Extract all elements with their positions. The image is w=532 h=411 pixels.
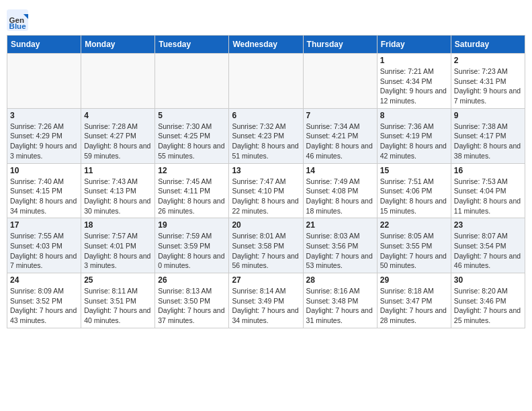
week-row-5: 24Sunrise: 8:09 AM Sunset: 3:52 PM Dayli… [7, 273, 525, 328]
day-cell: 19Sunrise: 7:59 AM Sunset: 3:59 PM Dayli… [155, 218, 229, 273]
day-number: 15 [380, 166, 448, 175]
header-wednesday: Wednesday [229, 36, 303, 54]
day-info: Sunrise: 8:07 AM Sunset: 3:54 PM Dayligh… [454, 231, 522, 271]
day-cell: 1Sunrise: 7:21 AM Sunset: 4:34 PM Daylig… [377, 54, 451, 109]
day-info: Sunrise: 8:03 AM Sunset: 3:56 PM Dayligh… [306, 231, 374, 271]
day-number: 20 [232, 220, 300, 230]
day-info: Sunrise: 8:11 AM Sunset: 3:51 PM Dayligh… [84, 286, 152, 326]
day-cell: 8Sunrise: 7:36 AM Sunset: 4:19 PM Daylig… [377, 108, 451, 163]
day-number: 26 [158, 275, 226, 285]
day-info: Sunrise: 8:13 AM Sunset: 3:50 PM Dayligh… [158, 286, 226, 326]
day-number: 2 [454, 56, 522, 65]
day-number: 24 [10, 275, 78, 285]
day-number: 17 [10, 220, 78, 230]
day-cell: 2Sunrise: 7:23 AM Sunset: 4:31 PM Daylig… [451, 54, 525, 109]
day-info: Sunrise: 7:43 AM Sunset: 4:13 PM Dayligh… [84, 177, 152, 216]
day-number: 13 [232, 166, 300, 175]
day-number: 5 [158, 111, 226, 120]
day-cell: 15Sunrise: 7:51 AM Sunset: 4:06 PM Dayli… [377, 163, 451, 218]
day-info: Sunrise: 7:34 AM Sunset: 4:21 PM Dayligh… [306, 122, 374, 161]
day-number: 19 [158, 220, 226, 230]
day-number: 14 [306, 166, 374, 175]
day-number: 11 [84, 166, 152, 175]
day-cell [155, 54, 229, 109]
day-number: 25 [84, 275, 152, 285]
day-number: 6 [232, 111, 300, 120]
day-cell: 5Sunrise: 7:30 AM Sunset: 4:25 PM Daylig… [155, 108, 229, 163]
calendar-table: SundayMondayTuesdayWednesdayThursdayFrid… [7, 35, 525, 328]
header-monday: Monday [81, 36, 155, 54]
logo: Gen Blue [7, 9, 31, 31]
day-info: Sunrise: 7:45 AM Sunset: 4:11 PM Dayligh… [158, 177, 226, 216]
day-number: 16 [454, 166, 522, 175]
day-info: Sunrise: 7:51 AM Sunset: 4:06 PM Dayligh… [380, 177, 448, 216]
week-row-4: 17Sunrise: 7:55 AM Sunset: 4:03 PM Dayli… [7, 218, 525, 273]
day-number: 12 [158, 166, 226, 175]
day-info: Sunrise: 7:28 AM Sunset: 4:27 PM Dayligh… [84, 122, 152, 161]
day-info: Sunrise: 8:16 AM Sunset: 3:48 PM Dayligh… [306, 286, 374, 326]
day-number: 1 [380, 56, 448, 65]
day-number: 22 [380, 220, 448, 230]
day-number: 21 [306, 220, 374, 230]
day-cell: 17Sunrise: 7:55 AM Sunset: 4:03 PM Dayli… [7, 218, 81, 273]
day-number: 3 [10, 111, 78, 120]
day-info: Sunrise: 7:23 AM Sunset: 4:31 PM Dayligh… [454, 66, 522, 106]
svg-text:Blue: Blue [9, 22, 27, 30]
calendar-header-row: SundayMondayTuesdayWednesdayThursdayFrid… [7, 36, 525, 54]
day-cell: 26Sunrise: 8:13 AM Sunset: 3:50 PM Dayli… [155, 273, 229, 328]
day-number: 7 [306, 111, 374, 120]
day-cell: 29Sunrise: 8:18 AM Sunset: 3:47 PM Dayli… [377, 273, 451, 328]
day-info: Sunrise: 7:38 AM Sunset: 4:17 PM Dayligh… [454, 122, 522, 161]
day-cell: 11Sunrise: 7:43 AM Sunset: 4:13 PM Dayli… [81, 163, 155, 218]
day-number: 18 [84, 220, 152, 230]
day-cell [81, 54, 155, 109]
day-number: 29 [380, 275, 448, 285]
day-number: 28 [306, 275, 374, 285]
header-tuesday: Tuesday [155, 36, 229, 54]
day-number: 23 [454, 220, 522, 230]
day-cell: 10Sunrise: 7:40 AM Sunset: 4:15 PM Dayli… [7, 163, 81, 218]
day-info: Sunrise: 8:09 AM Sunset: 3:52 PM Dayligh… [10, 286, 78, 326]
day-info: Sunrise: 7:57 AM Sunset: 4:01 PM Dayligh… [84, 231, 152, 271]
day-cell: 6Sunrise: 7:32 AM Sunset: 4:23 PM Daylig… [229, 108, 303, 163]
day-info: Sunrise: 8:14 AM Sunset: 3:49 PM Dayligh… [232, 286, 300, 326]
day-info: Sunrise: 7:55 AM Sunset: 4:03 PM Dayligh… [10, 231, 78, 271]
day-info: Sunrise: 7:49 AM Sunset: 4:08 PM Dayligh… [306, 177, 374, 216]
day-info: Sunrise: 7:26 AM Sunset: 4:29 PM Dayligh… [10, 122, 78, 161]
day-info: Sunrise: 7:47 AM Sunset: 4:10 PM Dayligh… [232, 177, 300, 216]
day-cell [229, 54, 303, 109]
day-number: 9 [454, 111, 522, 120]
day-number: 4 [84, 111, 152, 120]
day-cell: 23Sunrise: 8:07 AM Sunset: 3:54 PM Dayli… [451, 218, 525, 273]
day-cell: 7Sunrise: 7:34 AM Sunset: 4:21 PM Daylig… [303, 108, 377, 163]
day-cell [303, 54, 377, 109]
day-cell: 21Sunrise: 8:03 AM Sunset: 3:56 PM Dayli… [303, 218, 377, 273]
day-info: Sunrise: 7:59 AM Sunset: 3:59 PM Dayligh… [158, 231, 226, 271]
day-cell [7, 54, 81, 109]
day-info: Sunrise: 7:21 AM Sunset: 4:34 PM Dayligh… [380, 66, 448, 106]
day-cell: 25Sunrise: 8:11 AM Sunset: 3:51 PM Dayli… [81, 273, 155, 328]
day-cell: 12Sunrise: 7:45 AM Sunset: 4:11 PM Dayli… [155, 163, 229, 218]
day-number: 8 [380, 111, 448, 120]
day-number: 30 [454, 275, 522, 285]
day-cell: 22Sunrise: 8:05 AM Sunset: 3:55 PM Dayli… [377, 218, 451, 273]
day-cell: 16Sunrise: 7:53 AM Sunset: 4:04 PM Dayli… [451, 163, 525, 218]
header-saturday: Saturday [451, 36, 525, 54]
day-info: Sunrise: 8:01 AM Sunset: 3:58 PM Dayligh… [232, 231, 300, 271]
day-cell: 28Sunrise: 8:16 AM Sunset: 3:48 PM Dayli… [303, 273, 377, 328]
day-cell: 24Sunrise: 8:09 AM Sunset: 3:52 PM Dayli… [7, 273, 81, 328]
day-info: Sunrise: 7:36 AM Sunset: 4:19 PM Dayligh… [380, 122, 448, 161]
header-sunday: Sunday [7, 36, 81, 54]
page-header: Gen Blue [7, 7, 525, 31]
day-number: 27 [232, 275, 300, 285]
day-cell: 18Sunrise: 7:57 AM Sunset: 4:01 PM Dayli… [81, 218, 155, 273]
week-row-1: 1Sunrise: 7:21 AM Sunset: 4:34 PM Daylig… [7, 54, 525, 109]
day-cell: 9Sunrise: 7:38 AM Sunset: 4:17 PM Daylig… [451, 108, 525, 163]
day-info: Sunrise: 8:05 AM Sunset: 3:55 PM Dayligh… [380, 231, 448, 271]
day-number: 10 [10, 166, 78, 175]
day-cell: 13Sunrise: 7:47 AM Sunset: 4:10 PM Dayli… [229, 163, 303, 218]
day-info: Sunrise: 7:40 AM Sunset: 4:15 PM Dayligh… [10, 177, 78, 216]
header-thursday: Thursday [303, 36, 377, 54]
day-info: Sunrise: 8:18 AM Sunset: 3:47 PM Dayligh… [380, 286, 448, 326]
day-info: Sunrise: 7:32 AM Sunset: 4:23 PM Dayligh… [232, 122, 300, 161]
